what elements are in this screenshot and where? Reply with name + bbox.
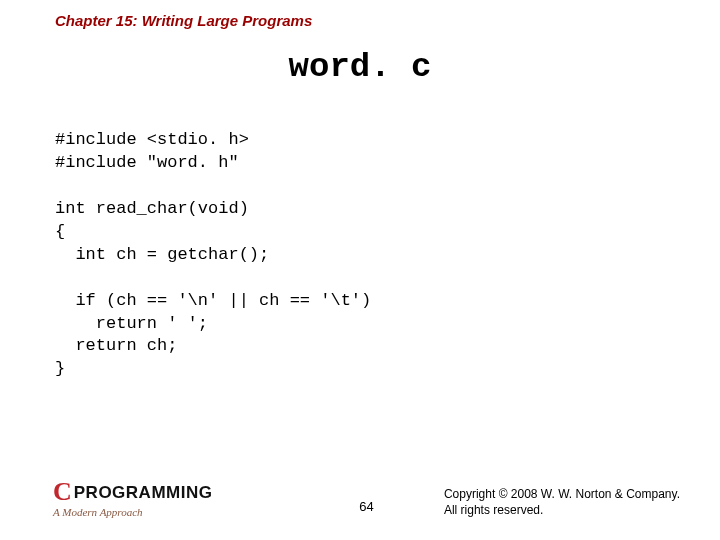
copyright-line-1: Copyright © 2008 W. W. Norton & Company. [444,486,680,502]
chapter-header: Chapter 15: Writing Large Programs [55,12,312,29]
copyright: Copyright © 2008 W. W. Norton & Company.… [444,486,680,518]
page-number: 64 [359,499,373,514]
slide-title: word. c [0,48,720,86]
logo-subtitle: A Modern Approach [53,506,143,518]
logo-c-letter: C [53,479,72,505]
book-logo: C PROGRAMMING A Modern Approach [53,479,212,518]
copyright-line-2: All rights reserved. [444,502,680,518]
code-block: #include <stdio. h> #include "word. h" i… [55,129,371,381]
logo-programming-text: PROGRAMMING [74,484,213,501]
logo-top: C PROGRAMMING [53,479,212,505]
footer: C PROGRAMMING A Modern Approach 64 Copyr… [53,479,680,518]
